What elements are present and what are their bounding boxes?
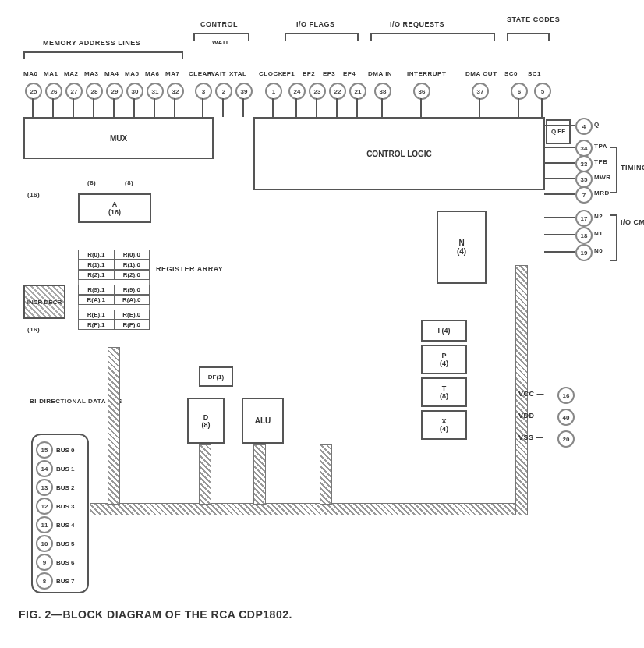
sig-SC1: SC1 bbox=[528, 70, 541, 77]
ma-label-5: MA5 bbox=[125, 70, 139, 77]
bus-row-3: 12 BUS 3 bbox=[36, 498, 84, 515]
sig-TPA: TPA bbox=[594, 143, 607, 150]
bus-pin-1: 14 bbox=[36, 460, 53, 477]
pin-DMA OUT: 37 bbox=[472, 83, 489, 100]
power-VSS: VSS — bbox=[518, 434, 543, 441]
bus-pin-2: 13 bbox=[36, 479, 53, 496]
ma-label-4: MA4 bbox=[104, 70, 119, 77]
bus-row-7: 8 BUS 7 bbox=[36, 572, 84, 590]
sig-EF3: EF3 bbox=[323, 70, 335, 77]
mux-block: MUX bbox=[23, 117, 214, 159]
bus-pin-4: 11 bbox=[36, 516, 53, 533]
bracket-iocmds bbox=[616, 214, 617, 261]
pin-WAIT: 2 bbox=[215, 83, 232, 100]
pin-MWR: 35 bbox=[575, 171, 593, 188]
bus-row-5: 10 BUS 5 bbox=[36, 535, 84, 552]
d-block: D (8) bbox=[187, 398, 225, 444]
pin-TPB: 33 bbox=[575, 155, 593, 172]
pin-MRD: 7 bbox=[575, 186, 593, 204]
power-pin-VSS: 20 bbox=[557, 430, 575, 448]
p-block: P (4) bbox=[421, 345, 467, 374]
reg-row-4: R(A).1R(A).0 bbox=[78, 295, 150, 305]
bus-to-stack bbox=[320, 444, 332, 505]
bus-label-4: BUS 4 bbox=[56, 522, 75, 529]
ma-label-1: MA1 bbox=[44, 70, 58, 77]
bracket-control bbox=[193, 33, 249, 34]
group-state: STATE CODES bbox=[507, 16, 554, 23]
i-block: I (4) bbox=[421, 320, 467, 342]
ma-label-2: MA2 bbox=[64, 70, 78, 77]
register-array-label: REGISTER ARRAY bbox=[156, 265, 203, 273]
bus-label-3: BUS 3 bbox=[56, 503, 75, 510]
qff-block: Q FF bbox=[546, 119, 571, 144]
ma-pin-6: 31 bbox=[147, 83, 164, 100]
bus-label-1: BUS 1 bbox=[56, 466, 75, 473]
bus-label-7: BUS 7 bbox=[56, 578, 75, 585]
bus-to-d bbox=[199, 444, 211, 505]
reg-row-3: R(9).1R(9).0 bbox=[78, 285, 150, 295]
bus-to-alu bbox=[253, 444, 266, 505]
bus-to-regs bbox=[108, 347, 120, 505]
group-ioreq: I/O REQUESTS bbox=[390, 20, 444, 28]
pin-CLEAR: 3 bbox=[195, 83, 212, 100]
bus-label-2: BUS 2 bbox=[56, 484, 75, 491]
power-VDD: VDD — bbox=[518, 412, 544, 420]
df-block: DF(1) bbox=[199, 366, 233, 387]
power-pin-VCC: 16 bbox=[557, 387, 575, 404]
bus-label-0: BUS 0 bbox=[56, 447, 75, 454]
sig-CLOCK: CLOCK bbox=[259, 70, 283, 77]
bracket-timing bbox=[616, 147, 617, 193]
pin-N1: 18 bbox=[575, 227, 593, 244]
bus-row-2: 13 BUS 2 bbox=[36, 479, 84, 496]
bus-label-5: BUS 5 bbox=[56, 540, 75, 547]
sig-DMA OUT: DMA OUT bbox=[465, 70, 497, 77]
alu-block: ALU bbox=[242, 398, 284, 444]
bus-pin-5: 10 bbox=[36, 535, 53, 552]
bus-width-16b: (16) bbox=[27, 326, 40, 333]
ma-pin-0: 25 bbox=[25, 83, 42, 100]
pin-EF3: 22 bbox=[329, 83, 346, 100]
pin-DMA IN: 38 bbox=[374, 83, 391, 100]
register-array: R(0).1R(0).0R(1).1R(1).0R(2).1R(2).0R(9)… bbox=[78, 250, 150, 330]
ma-pin-1: 26 bbox=[45, 83, 62, 100]
bus-width-16a: (16) bbox=[27, 191, 40, 198]
a-register: A (16) bbox=[78, 193, 151, 223]
bus-row-6: 9 BUS 6 bbox=[36, 554, 84, 571]
bus-pin-0: 15 bbox=[36, 441, 53, 459]
bracket-memaddr bbox=[23, 51, 183, 53]
ma-label-7: MA7 bbox=[165, 70, 179, 77]
bus-pin-3: 12 bbox=[36, 498, 53, 515]
bus-row-0: 15 BUS 0 bbox=[36, 441, 84, 459]
group-control: CONTROL bbox=[200, 20, 238, 28]
sig-Q: Q bbox=[594, 121, 600, 128]
pin-INTERRUPT: 36 bbox=[413, 83, 430, 100]
bus-label-6: BUS 6 bbox=[56, 559, 75, 566]
sig-DMA IN: DMA IN bbox=[368, 70, 392, 77]
group-wait: WAIT bbox=[212, 39, 229, 46]
ma-label-3: MA3 bbox=[84, 70, 98, 77]
pin-SC0: 6 bbox=[511, 83, 528, 100]
pin-Q: 4 bbox=[575, 118, 593, 135]
pin-EF4: 21 bbox=[349, 83, 366, 100]
x-block: X (4) bbox=[421, 410, 467, 440]
power-pin-VDD: 40 bbox=[557, 409, 575, 426]
reg-row-1: R(1).1R(1).0 bbox=[78, 260, 150, 270]
ma-pin-2: 27 bbox=[65, 83, 83, 100]
reg-row-2: R(2).1R(2).0 bbox=[78, 270, 150, 280]
bracket-state bbox=[507, 33, 550, 34]
pin-EF2: 23 bbox=[309, 83, 326, 100]
sig-MWR: MWR bbox=[594, 174, 611, 181]
sig-EF4: EF4 bbox=[343, 70, 356, 77]
pin-XTAL: 39 bbox=[235, 83, 253, 100]
t-block: T (8) bbox=[421, 377, 467, 407]
bus-width-8a: (8) bbox=[87, 179, 96, 186]
group-ioflags: I/O FLAGS bbox=[296, 20, 335, 28]
pin-EF1: 24 bbox=[288, 83, 306, 100]
sig-EF2: EF2 bbox=[303, 70, 315, 77]
sig-EF1: EF1 bbox=[282, 70, 295, 77]
ma-label-0: MA0 bbox=[23, 70, 37, 77]
ma-pin-5: 30 bbox=[126, 83, 143, 100]
n-block: N (4) bbox=[437, 211, 487, 284]
sig-N2: N2 bbox=[594, 213, 603, 220]
bus-width-8b: (8) bbox=[125, 179, 133, 186]
